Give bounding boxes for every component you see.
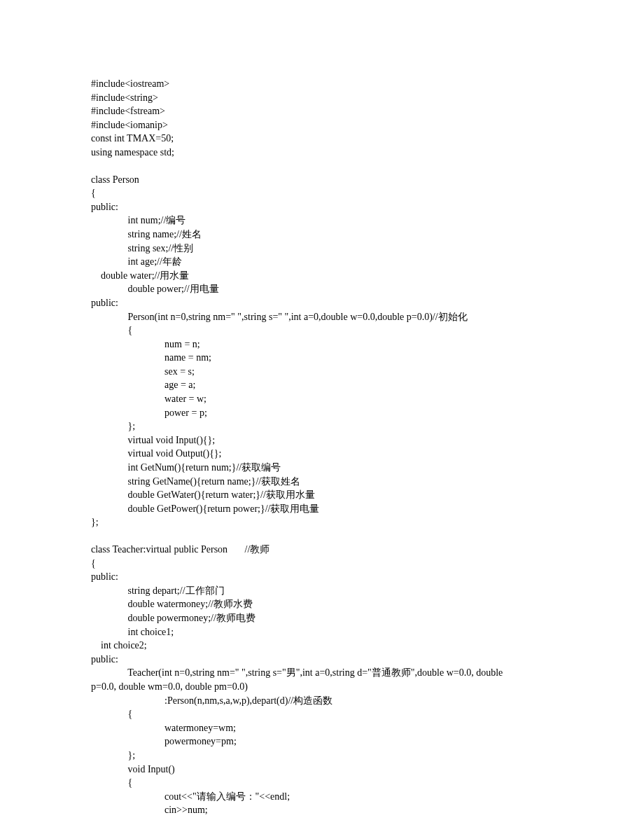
code-line: powermoney=pm; xyxy=(91,735,553,749)
code-line: }; xyxy=(91,515,553,529)
code-line: int GetNum(){return num;}//获取编号 xyxy=(91,461,553,475)
code-line: { xyxy=(91,324,553,338)
code-line: double watermoney;//教师水费 xyxy=(91,597,553,611)
code-line: cin>>num; xyxy=(91,803,553,817)
document-page: #include<iostream>#include<string>#inclu… xyxy=(0,0,644,834)
code-line: using namespace std; xyxy=(91,146,553,160)
code-line: }; xyxy=(91,749,553,763)
code-line: cout<<"请输入编号："<<endl; xyxy=(91,790,553,804)
code-line: p=0.0, double wm=0.0, double pm=0.0) xyxy=(91,680,553,694)
code-line: #include<iostream> xyxy=(91,77,553,91)
code-line: watermoney=wm; xyxy=(91,721,553,735)
code-line xyxy=(91,529,553,543)
code-line: string name;//姓名 xyxy=(91,228,553,242)
code-line: int choice1; xyxy=(91,625,553,639)
code-line: sex = s; xyxy=(91,365,553,379)
code-line: int age;//年龄 xyxy=(91,255,553,269)
code-line: public: xyxy=(91,296,553,310)
code-line: virtual void Input(){}; xyxy=(91,433,553,447)
code-line: double power;//用电量 xyxy=(91,282,553,296)
code-line: virtual void Output(){}; xyxy=(91,447,553,461)
code-line: #include<fstream> xyxy=(91,104,553,118)
code-line: { xyxy=(91,707,553,721)
code-line: #include<iomanip> xyxy=(91,118,553,132)
code-line: name = nm; xyxy=(91,351,553,365)
code-line: string sex;//性别 xyxy=(91,242,553,256)
code-line: num = n; xyxy=(91,338,553,352)
code-line: string GetName(){return name;}//获取姓名 xyxy=(91,475,553,489)
code-line: public: xyxy=(91,653,553,667)
code-line: double powermoney;//教师电费 xyxy=(91,611,553,625)
code-line: #include<string> xyxy=(91,91,553,105)
code-line: Person(int n=0,string nm=" ",string s=" … xyxy=(91,310,553,324)
code-line xyxy=(91,160,553,173)
code-line: void Input() xyxy=(91,763,553,777)
code-line: age = a; xyxy=(91,378,553,392)
code-line: { xyxy=(91,776,553,790)
code-line: power = p; xyxy=(91,406,553,420)
code-line: const int TMAX=50; xyxy=(91,132,553,146)
code-line: class Person xyxy=(91,173,553,187)
code-line: }; xyxy=(91,419,553,433)
code-line: string depart;//工作部门 xyxy=(91,584,553,598)
code-line: { xyxy=(91,186,553,200)
code-line: double GetWater(){return water;}//获取用水量 xyxy=(91,488,553,502)
code-line: double water;//用水量 xyxy=(91,269,553,283)
code-line: water = w; xyxy=(91,392,553,406)
code-line: { xyxy=(91,557,553,571)
code-line: int num;//编号 xyxy=(91,214,553,228)
code-line: Teacher(int n=0,string nm=" ",string s="… xyxy=(91,666,553,680)
code-line: public: xyxy=(91,200,553,214)
code-line: class Teacher:virtual public Person //教师 xyxy=(91,543,553,557)
code-line: :Person(n,nm,s,a,w,p),depart(d)//构造函数 xyxy=(91,694,553,708)
code-line: double GetPower(){return power;}//获取用电量 xyxy=(91,502,553,516)
code-line: int choice2; xyxy=(91,639,553,653)
code-line: public: xyxy=(91,570,553,584)
